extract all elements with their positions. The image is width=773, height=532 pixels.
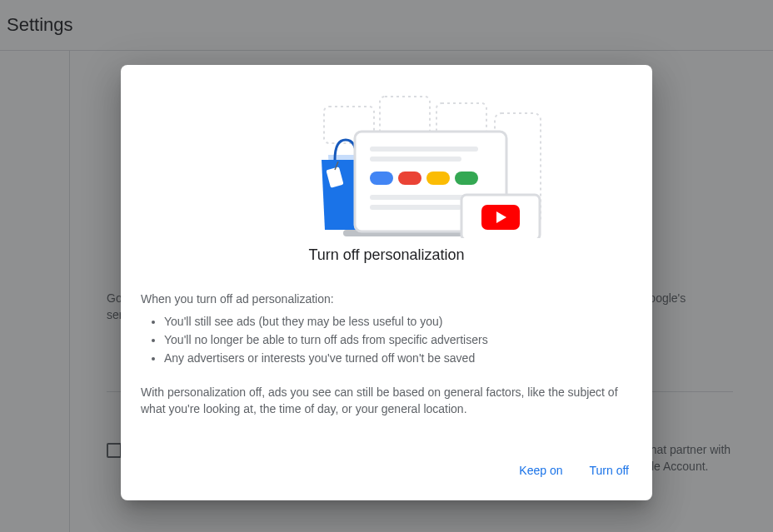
svg-rect-9 xyxy=(370,157,461,162)
dialog-intro: When you turn off ad personalization: xyxy=(141,291,632,307)
dialog-bullet: You'll no longer be able to turn off ads… xyxy=(164,331,632,349)
svg-rect-10 xyxy=(370,172,393,185)
svg-rect-15 xyxy=(370,205,461,210)
dialog-bullet: You'll still see ads (but they may be le… xyxy=(164,312,632,331)
personalization-dialog: Turn off personalization When you turn o… xyxy=(121,65,652,500)
dialog-illustration xyxy=(121,65,652,246)
turn-off-button[interactable]: Turn off xyxy=(580,457,639,484)
svg-rect-11 xyxy=(398,172,421,185)
dialog-footnote: With personalization off, ads you see ca… xyxy=(141,384,632,417)
dialog-title: Turn off personalization xyxy=(121,246,652,264)
svg-rect-8 xyxy=(370,147,478,152)
svg-rect-12 xyxy=(426,172,450,185)
illustration-svg xyxy=(220,88,553,238)
dialog-bullet-list: You'll still see ads (but they may be le… xyxy=(141,312,632,367)
dialog-bullet: Any advertisers or interests you've turn… xyxy=(164,349,632,367)
dialog-body: When you turn off ad personalization: Yo… xyxy=(121,291,652,417)
dialog-actions: Keep on Turn off xyxy=(121,457,652,490)
keep-on-button[interactable]: Keep on xyxy=(509,457,572,484)
svg-rect-13 xyxy=(455,172,478,185)
